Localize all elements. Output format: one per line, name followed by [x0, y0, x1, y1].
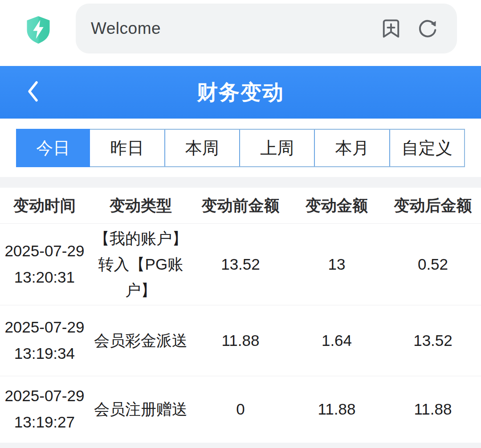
col-header-amount-after: 变动后金额 — [385, 193, 481, 218]
cell-amount-before: 11.88 — [192, 328, 289, 353]
chevron-left-icon — [25, 80, 41, 105]
section-divider — [0, 177, 481, 188]
tab-today[interactable]: 今日 — [16, 129, 90, 167]
cell-amount-before: 13.52 — [192, 251, 289, 277]
cell-amount-after: 13.52 — [385, 328, 481, 353]
bookmark-add-icon[interactable] — [379, 17, 403, 40]
address-bar[interactable]: Welcome — [76, 4, 457, 53]
cell-date: 2025-07-29 — [3, 383, 86, 409]
col-header-change-type: 变动类型 — [89, 193, 192, 218]
tab-yesterday[interactable]: 昨日 — [90, 130, 165, 166]
page-title: 财务变动 — [0, 78, 481, 107]
cell-change-time: 2025-07-29 13:20:31 — [0, 238, 89, 291]
browser-top-bar: Welcome — [0, 0, 481, 66]
col-header-change-amount: 变动金额 — [289, 193, 385, 218]
cell-change-type: 会员注册赠送 — [89, 396, 192, 422]
tab-this-month[interactable]: 本月 — [315, 130, 390, 166]
cell-change-time: 2025-07-29 13:19:34 — [0, 314, 89, 367]
col-header-amount-before: 变动前金额 — [192, 193, 289, 218]
cell-amount-before: 0 — [192, 396, 289, 422]
table-row: 2025-07-29 13:20:31 【我的账户】转入【PG账户】 13.52… — [0, 224, 481, 305]
cell-change-type: 会员彩金派送 — [89, 328, 192, 353]
cell-change-type: 【我的账户】转入【PG账户】 — [89, 226, 192, 303]
table-row: 2025-07-29 13:19:34 会员彩金派送 11.88 1.64 13… — [0, 305, 481, 376]
page-header: 财务变动 — [0, 66, 481, 119]
cell-date: 2025-07-29 — [3, 314, 86, 341]
tabbar-wrap: 今日 昨日 本周 上周 本月 自定义 — [0, 119, 481, 177]
tab-custom[interactable]: 自定义 — [390, 130, 464, 166]
finance-table: 变动时间 变动类型 变动前金额 变动金额 变动后金额 2025-07-29 13… — [0, 188, 481, 442]
cell-amount-after: 11.88 — [385, 396, 481, 422]
shield-lightning-icon — [23, 13, 53, 45]
cell-change-time: 2025-07-29 13:19:27 — [0, 383, 89, 436]
refresh-icon[interactable] — [416, 17, 439, 40]
date-range-tabs: 今日 昨日 本周 上周 本月 自定义 — [16, 129, 465, 167]
cell-amount-after: 0.52 — [385, 251, 481, 277]
cell-change-amount: 13 — [289, 251, 385, 277]
bottom-divider — [0, 443, 481, 448]
col-header-change-time: 变动时间 — [0, 193, 89, 218]
address-bar-text: Welcome — [91, 19, 379, 38]
cell-time: 13:20:31 — [3, 264, 86, 291]
table-header-row: 变动时间 变动类型 变动前金额 变动金额 变动后金额 — [0, 188, 481, 224]
tab-this-week[interactable]: 本周 — [165, 130, 240, 166]
table-row: 2025-07-29 13:19:27 会员注册赠送 0 11.88 11.88 — [0, 376, 481, 442]
cell-time: 13:19:27 — [3, 409, 86, 436]
cell-time: 13:19:34 — [3, 341, 86, 367]
cell-change-amount: 1.64 — [289, 328, 385, 353]
cell-date: 2025-07-29 — [3, 238, 86, 264]
back-button[interactable] — [20, 66, 46, 119]
tab-last-week[interactable]: 上周 — [240, 130, 315, 166]
cell-change-amount: 11.88 — [289, 396, 385, 422]
